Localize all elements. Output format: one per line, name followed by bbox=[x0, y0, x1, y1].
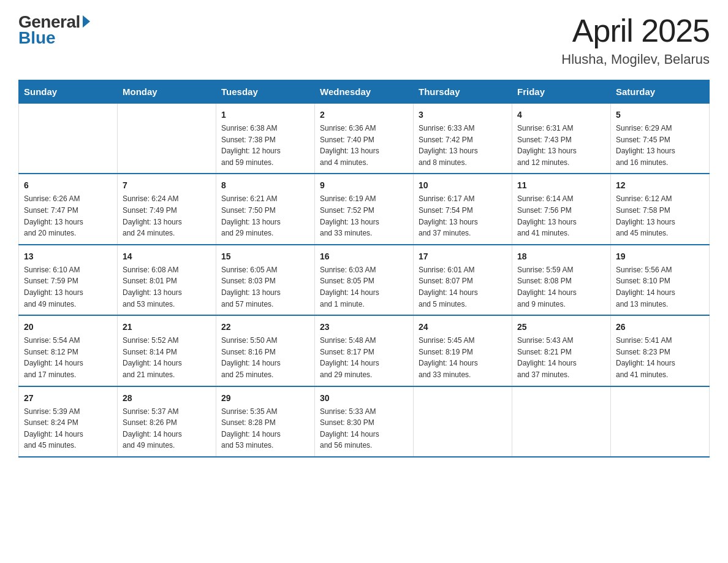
calendar-cell: 20Sunrise: 5:54 AMSunset: 8:12 PMDayligh… bbox=[19, 315, 118, 386]
day-info: Sunrise: 6:29 AMSunset: 7:45 PMDaylight:… bbox=[616, 123, 704, 168]
week-row-3: 13Sunrise: 6:10 AMSunset: 7:59 PMDayligh… bbox=[19, 245, 710, 315]
day-number: 6 bbox=[24, 179, 112, 192]
calendar-cell: 2Sunrise: 6:36 AMSunset: 7:40 PMDaylight… bbox=[315, 104, 414, 174]
day-number: 4 bbox=[517, 109, 605, 121]
calendar-cell bbox=[611, 386, 710, 457]
day-info: Sunrise: 6:03 AMSunset: 8:05 PMDaylight:… bbox=[320, 264, 408, 310]
day-info: Sunrise: 6:01 AMSunset: 8:07 PMDaylight:… bbox=[419, 264, 507, 310]
calendar-cell: 27Sunrise: 5:39 AMSunset: 8:24 PMDayligh… bbox=[19, 386, 118, 457]
calendar-cell bbox=[414, 386, 512, 457]
day-info: Sunrise: 5:37 AMSunset: 8:26 PMDaylight:… bbox=[123, 406, 211, 451]
calendar-cell: 10Sunrise: 6:17 AMSunset: 7:54 PMDayligh… bbox=[414, 174, 512, 244]
day-number: 15 bbox=[221, 250, 309, 263]
header-monday: Monday bbox=[118, 80, 216, 104]
day-info: Sunrise: 5:48 AMSunset: 8:17 PMDaylight:… bbox=[320, 335, 408, 380]
calendar-cell: 9Sunrise: 6:19 AMSunset: 7:52 PMDaylight… bbox=[315, 174, 414, 244]
day-number: 17 bbox=[419, 250, 507, 263]
calendar-cell bbox=[512, 386, 611, 457]
day-info: Sunrise: 5:43 AMSunset: 8:21 PMDaylight:… bbox=[517, 335, 605, 380]
day-info: Sunrise: 6:14 AMSunset: 7:56 PMDaylight:… bbox=[517, 193, 605, 239]
day-number: 18 bbox=[517, 250, 605, 263]
calendar-cell: 11Sunrise: 6:14 AMSunset: 7:56 PMDayligh… bbox=[512, 174, 611, 244]
page-header: General Blue April 2025 Hlusha, Mogilev,… bbox=[18, 12, 710, 67]
calendar-cell: 12Sunrise: 6:12 AMSunset: 7:58 PMDayligh… bbox=[611, 174, 710, 244]
title-block: April 2025 Hlusha, Mogilev, Belarus bbox=[561, 12, 710, 67]
calendar-cell: 24Sunrise: 5:45 AMSunset: 8:19 PMDayligh… bbox=[414, 315, 512, 386]
day-info: Sunrise: 5:54 AMSunset: 8:12 PMDaylight:… bbox=[24, 335, 112, 380]
calendar-cell: 28Sunrise: 5:37 AMSunset: 8:26 PMDayligh… bbox=[118, 386, 216, 457]
calendar-cell: 21Sunrise: 5:52 AMSunset: 8:14 PMDayligh… bbox=[118, 315, 216, 386]
day-info: Sunrise: 6:05 AMSunset: 8:03 PMDaylight:… bbox=[221, 264, 309, 310]
day-info: Sunrise: 5:39 AMSunset: 8:24 PMDaylight:… bbox=[24, 406, 112, 451]
calendar-body: 1Sunrise: 6:38 AMSunset: 7:38 PMDaylight… bbox=[19, 104, 710, 457]
day-number: 20 bbox=[24, 321, 112, 334]
calendar-cell: 6Sunrise: 6:26 AMSunset: 7:47 PMDaylight… bbox=[19, 174, 118, 244]
day-number: 26 bbox=[616, 321, 704, 334]
day-info: Sunrise: 5:41 AMSunset: 8:23 PMDaylight:… bbox=[616, 335, 704, 380]
calendar-cell: 25Sunrise: 5:43 AMSunset: 8:21 PMDayligh… bbox=[512, 315, 611, 386]
day-info: Sunrise: 6:21 AMSunset: 7:50 PMDaylight:… bbox=[221, 193, 309, 239]
day-number: 27 bbox=[24, 392, 112, 405]
day-number: 11 bbox=[517, 179, 605, 192]
day-info: Sunrise: 6:12 AMSunset: 7:58 PMDaylight:… bbox=[616, 193, 704, 239]
day-info: Sunrise: 5:59 AMSunset: 8:08 PMDaylight:… bbox=[517, 264, 605, 310]
header-sunday: Sunday bbox=[19, 80, 118, 104]
week-row-4: 20Sunrise: 5:54 AMSunset: 8:12 PMDayligh… bbox=[19, 315, 710, 386]
day-number: 5 bbox=[616, 109, 704, 121]
week-row-5: 27Sunrise: 5:39 AMSunset: 8:24 PMDayligh… bbox=[19, 386, 710, 457]
day-info: Sunrise: 6:31 AMSunset: 7:43 PMDaylight:… bbox=[517, 123, 605, 168]
day-number: 14 bbox=[123, 250, 211, 263]
logo-arrow-icon bbox=[83, 15, 90, 28]
calendar-cell: 16Sunrise: 6:03 AMSunset: 8:05 PMDayligh… bbox=[315, 245, 414, 315]
day-info: Sunrise: 6:19 AMSunset: 7:52 PMDaylight:… bbox=[320, 193, 408, 239]
day-number: 13 bbox=[24, 250, 112, 263]
week-row-2: 6Sunrise: 6:26 AMSunset: 7:47 PMDaylight… bbox=[19, 174, 710, 244]
calendar-cell: 30Sunrise: 5:33 AMSunset: 8:30 PMDayligh… bbox=[315, 386, 414, 457]
day-info: Sunrise: 5:33 AMSunset: 8:30 PMDaylight:… bbox=[320, 406, 408, 451]
calendar-cell: 14Sunrise: 6:08 AMSunset: 8:01 PMDayligh… bbox=[118, 245, 216, 315]
calendar-cell: 13Sunrise: 6:10 AMSunset: 7:59 PMDayligh… bbox=[19, 245, 118, 315]
day-number: 7 bbox=[123, 179, 211, 192]
calendar-cell: 15Sunrise: 6:05 AMSunset: 8:03 PMDayligh… bbox=[216, 245, 315, 315]
day-number: 28 bbox=[123, 392, 211, 405]
day-number: 21 bbox=[123, 321, 211, 334]
day-number: 23 bbox=[320, 321, 408, 334]
header-wednesday: Wednesday bbox=[315, 80, 414, 104]
calendar-cell: 19Sunrise: 5:56 AMSunset: 8:10 PMDayligh… bbox=[611, 245, 710, 315]
day-info: Sunrise: 6:10 AMSunset: 7:59 PMDaylight:… bbox=[24, 264, 112, 310]
calendar-title: April 2025 bbox=[561, 12, 710, 49]
header-saturday: Saturday bbox=[611, 80, 710, 104]
calendar-cell: 1Sunrise: 6:38 AMSunset: 7:38 PMDaylight… bbox=[216, 104, 315, 174]
calendar-cell: 26Sunrise: 5:41 AMSunset: 8:23 PMDayligh… bbox=[611, 315, 710, 386]
day-info: Sunrise: 6:38 AMSunset: 7:38 PMDaylight:… bbox=[221, 123, 309, 168]
calendar-cell: 17Sunrise: 6:01 AMSunset: 8:07 PMDayligh… bbox=[414, 245, 512, 315]
day-info: Sunrise: 5:52 AMSunset: 8:14 PMDaylight:… bbox=[123, 335, 211, 380]
calendar-cell: 8Sunrise: 6:21 AMSunset: 7:50 PMDaylight… bbox=[216, 174, 315, 244]
day-number: 8 bbox=[221, 179, 309, 192]
header-thursday: Thursday bbox=[414, 80, 512, 104]
calendar-cell: 29Sunrise: 5:35 AMSunset: 8:28 PMDayligh… bbox=[216, 386, 315, 457]
day-number: 2 bbox=[320, 109, 408, 121]
day-number: 10 bbox=[419, 179, 507, 192]
day-info: Sunrise: 5:56 AMSunset: 8:10 PMDaylight:… bbox=[616, 264, 704, 310]
day-info: Sunrise: 5:35 AMSunset: 8:28 PMDaylight:… bbox=[221, 406, 309, 451]
calendar-table: SundayMondayTuesdayWednesdayThursdayFrid… bbox=[18, 80, 710, 458]
header-row: SundayMondayTuesdayWednesdayThursdayFrid… bbox=[19, 80, 710, 104]
day-number: 9 bbox=[320, 179, 408, 192]
day-info: Sunrise: 6:24 AMSunset: 7:49 PMDaylight:… bbox=[123, 193, 211, 239]
week-row-1: 1Sunrise: 6:38 AMSunset: 7:38 PMDaylight… bbox=[19, 104, 710, 174]
day-info: Sunrise: 6:36 AMSunset: 7:40 PMDaylight:… bbox=[320, 123, 408, 168]
calendar-subtitle: Hlusha, Mogilev, Belarus bbox=[561, 52, 710, 67]
logo-blue-text: Blue bbox=[18, 28, 56, 48]
calendar-cell: 18Sunrise: 5:59 AMSunset: 8:08 PMDayligh… bbox=[512, 245, 611, 315]
logo: General Blue bbox=[18, 12, 90, 48]
day-info: Sunrise: 6:17 AMSunset: 7:54 PMDaylight:… bbox=[419, 193, 507, 239]
day-info: Sunrise: 5:45 AMSunset: 8:19 PMDaylight:… bbox=[419, 335, 507, 380]
calendar-cell bbox=[19, 104, 118, 174]
calendar-cell: 23Sunrise: 5:48 AMSunset: 8:17 PMDayligh… bbox=[315, 315, 414, 386]
calendar-cell: 3Sunrise: 6:33 AMSunset: 7:42 PMDaylight… bbox=[414, 104, 512, 174]
day-info: Sunrise: 6:08 AMSunset: 8:01 PMDaylight:… bbox=[123, 264, 211, 310]
day-info: Sunrise: 5:50 AMSunset: 8:16 PMDaylight:… bbox=[221, 335, 309, 380]
day-number: 24 bbox=[419, 321, 507, 334]
calendar-header: SundayMondayTuesdayWednesdayThursdayFrid… bbox=[19, 80, 710, 104]
